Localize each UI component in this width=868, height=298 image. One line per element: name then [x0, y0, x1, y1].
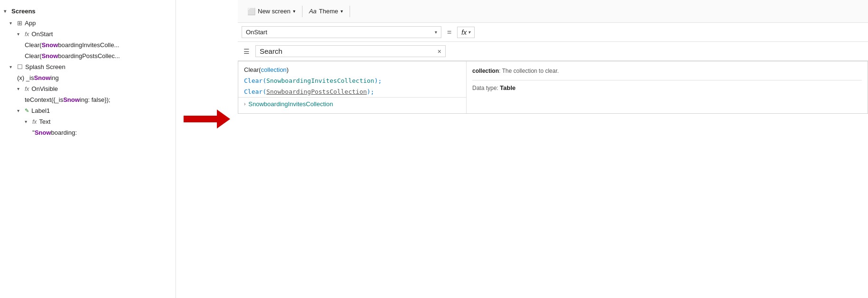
text-chevron[interactable]: [25, 119, 30, 124]
fx-icon: fx: [25, 31, 29, 38]
formula-fx-button[interactable]: fx ▾: [457, 27, 475, 38]
search-input[interactable]: [260, 47, 438, 55]
autocomplete-func-param: collection: [261, 66, 286, 73]
screen-icon: ☐: [17, 63, 23, 70]
issnowing-item[interactable]: (x) _isSnowing: [0, 72, 176, 83]
formula-line2-close: );: [367, 88, 374, 95]
autocomplete-desc-row: collection: The collection to clear.: [472, 65, 862, 76]
onvisible-item[interactable]: fx OnVisible: [0, 83, 176, 94]
formula-bar: OnStart ▾ = fx ▾: [238, 23, 868, 42]
clear-invites-item[interactable]: Clear(SnowboardingInvitesColle...: [0, 40, 176, 50]
left-panel: Screens ⊞ App fx OnStart Clear(Snowboard…: [0, 0, 176, 298]
theme-label: Theme: [319, 8, 338, 15]
screens-label: Screens: [11, 8, 36, 15]
onvisible-chevron[interactable]: [17, 86, 23, 91]
text-label: Text: [39, 118, 50, 125]
collection-name: SnowboardingInvitesCollection: [248, 100, 460, 108]
autocomplete-right: collection: The collection to clear. Dat…: [467, 61, 868, 113]
right-panel: ⬜ New screen ▾ Aa Theme ▾ OnStart ▾ = fx…: [238, 0, 868, 298]
toolbar: ⬜ New screen ▾ Aa Theme ▾: [238, 0, 868, 23]
issnowing-label: (x) _isSnowing: [17, 74, 59, 81]
formula-equals: =: [444, 28, 454, 37]
data-type-row: Data type: Table: [472, 80, 862, 93]
data-type-pre: Data type:: [472, 85, 500, 91]
formula-line1-collection: SnowboardingInvitesCollection: [266, 77, 374, 84]
data-type-value: Table: [500, 84, 516, 91]
hamburger-icon[interactable]: ☰: [242, 47, 252, 56]
splash-label: Splash Screen: [25, 63, 66, 70]
autocomplete-func-pre: Clear(: [244, 66, 261, 73]
clear-posts-item[interactable]: Clear(SnowboardingPostsCollec...: [0, 50, 176, 61]
formula-line1-close: );: [374, 77, 382, 84]
label1-icon: ✎: [25, 108, 29, 114]
formula-line-2: Clear(SnowboardingPostsCollection);: [238, 86, 466, 97]
onvisible-fx-icon: fx: [25, 86, 29, 92]
label1-item[interactable]: ✎ Label1: [0, 105, 176, 116]
new-screen-label: New screen: [258, 8, 291, 15]
app-label: App: [25, 20, 36, 27]
formula-line-1: Clear(SnowboardingInvitesCollection);: [238, 75, 466, 86]
autocomplete-header: Clear( collection ): [238, 64, 466, 75]
screens-chevron[interactable]: [4, 9, 10, 14]
arrow-shaft: [184, 116, 217, 122]
new-screen-chevron: ▾: [293, 9, 295, 14]
autocomplete-desc-pre: collection:: [472, 68, 502, 74]
autocomplete-left: Clear( collection ) Clear(SnowboardingIn…: [238, 61, 467, 113]
formula-line1-fn: Clear(: [244, 77, 266, 84]
formula-fx-label: fx: [461, 29, 467, 36]
arrow-area: [176, 0, 238, 298]
text-item[interactable]: fx Text: [0, 116, 176, 127]
autocomplete-desc-value: The collection to clear.: [502, 68, 558, 74]
clear-invites-label: Clear(SnowboardingInvitesColle...: [25, 41, 119, 49]
formula-selected-value: OnStart: [246, 29, 267, 36]
new-screen-button[interactable]: ⬜ New screen ▾: [243, 5, 300, 18]
toolbar-divider-2: [350, 6, 350, 17]
formula-line2-collection: SnowboardingPostsCollection: [266, 88, 367, 95]
formula-line2-fn: Clear(: [244, 88, 266, 95]
app-chevron[interactable]: [10, 20, 15, 26]
tecontext-item[interactable]: teContext({_isSnowing: false});: [0, 94, 176, 105]
autocomplete-func-close: ): [287, 66, 289, 73]
label1-label: Label1: [31, 107, 50, 114]
tecontext-label: teContext({_isSnowing: false});: [25, 96, 110, 103]
onstart-item[interactable]: fx OnStart: [0, 29, 176, 40]
splash-chevron[interactable]: [10, 64, 15, 70]
text-fx-icon: fx: [32, 119, 37, 125]
formula-select-chevron: ▾: [435, 30, 437, 35]
arrow-head: [217, 109, 230, 129]
formula-fx-chevron: ▾: [468, 30, 470, 35]
theme-chevron: ▾: [341, 9, 343, 14]
onvisible-label: OnVisible: [31, 85, 58, 92]
app-item[interactable]: ⊞ App: [0, 18, 176, 29]
toolbar-divider-1: [302, 6, 302, 17]
screens-header[interactable]: Screens: [0, 5, 176, 18]
collection-row[interactable]: › SnowboardingInvitesCollection: [238, 97, 466, 110]
app-icon: ⊞: [17, 20, 22, 27]
search-clear-icon[interactable]: ×: [438, 48, 441, 55]
autocomplete-param-label: collection: [472, 68, 499, 74]
snowboarding-text-item[interactable]: "Snowboarding:: [0, 127, 176, 138]
label1-chevron[interactable]: [17, 108, 23, 113]
search-bar: ☰ ×: [238, 42, 868, 61]
onstart-chevron[interactable]: [17, 31, 23, 37]
splash-screen-item[interactable]: ☐ Splash Screen: [0, 61, 176, 72]
onstart-label: OnStart: [31, 30, 53, 38]
search-input-container[interactable]: ×: [255, 45, 446, 57]
theme-icon: Aa: [309, 8, 317, 15]
red-arrow: [184, 109, 230, 129]
snowboarding-text-label: "Snowboarding:: [32, 129, 77, 136]
theme-button[interactable]: Aa Theme ▾: [304, 5, 348, 17]
clear-posts-label: Clear(SnowboardingPostsCollec...: [25, 52, 120, 60]
collection-chevron: ›: [244, 101, 245, 107]
autocomplete-panel: Clear( collection ) Clear(SnowboardingIn…: [238, 61, 868, 114]
formula-select[interactable]: OnStart ▾: [242, 26, 441, 38]
new-screen-icon: ⬜: [247, 8, 255, 15]
